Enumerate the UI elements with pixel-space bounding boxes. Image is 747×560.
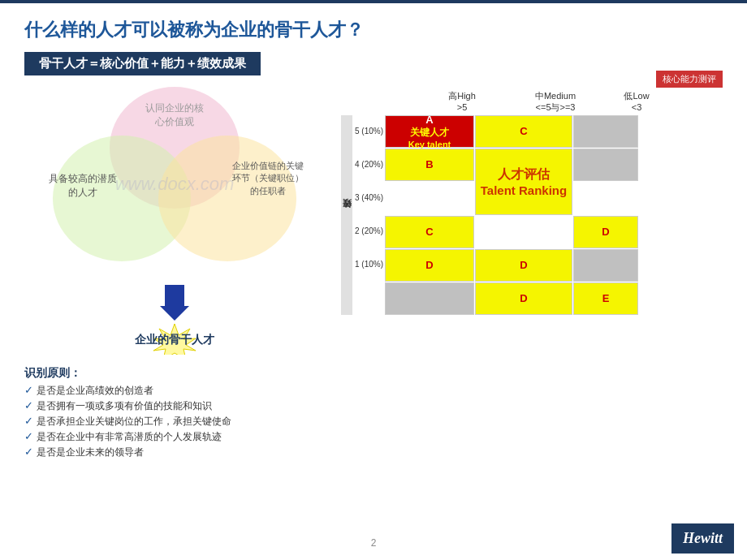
- row-pct-col: 5 (10%) 4 (20%) 3 (40%) 2 (20%) 1 (10%): [354, 115, 385, 315]
- check-icon-1: ✓: [24, 384, 33, 396]
- talent-ranking-en: Talent Ranking: [481, 183, 567, 197]
- matrix-row-2: D D: [385, 249, 723, 282]
- cell-5-med: C: [475, 115, 572, 148]
- page-title: 什么样的人才可以被称为企业的骨干人才？: [24, 18, 723, 42]
- principles-title: 识别原则：: [24, 366, 325, 381]
- talent-ranking-cell: 人才评估 Talent Ranking: [475, 149, 572, 215]
- col-header-med: 中Medium <=5与>=3: [507, 90, 604, 114]
- row-pct-2: 2 (20%): [354, 215, 385, 248]
- matrix-body: 绩效评等 5 (10%) 4 (20%) 3 (40%) 2 (20%) 1 (…: [341, 115, 723, 315]
- principle-item-4: ✓ 是否在企业中有非常高潜质的个人发展轨迹: [24, 430, 325, 444]
- cell-3-low: D: [573, 216, 638, 248]
- hewitt-logo: Hewitt: [671, 523, 734, 554]
- matrix-row-1: D E: [385, 282, 723, 315]
- svg-text:企业的骨干人才: 企业的骨干人才: [134, 333, 215, 346]
- col-header-high: 高High >5: [417, 90, 507, 114]
- col-header-low: 低Low <3: [604, 90, 669, 114]
- matrix-row-4: B 人才评估 Talent Ranking: [385, 149, 723, 215]
- content-area: www.docx.com 认同企业的核心价值观 具备较高的潜质的人才 企业价值链…: [24, 87, 723, 461]
- cell-1-high: [385, 282, 474, 315]
- cell-5-low: [573, 115, 638, 148]
- principle-item-2: ✓ 是否拥有一项或多项有价值的技能和知识: [24, 399, 325, 413]
- cell-2-low: [573, 249, 638, 282]
- cell-1-low: E: [573, 282, 638, 315]
- talent-ranking-cn: 人才评估: [498, 166, 550, 183]
- cell-2-med: D: [475, 249, 572, 282]
- arrow-icon: [160, 285, 189, 321]
- matrix-row-5: A 关键人才 Key talent C: [385, 115, 723, 148]
- check-icon-2: ✓: [24, 399, 33, 411]
- cell-1-med: D: [475, 282, 572, 315]
- row-pct-3: 3 (40%): [354, 182, 385, 214]
- venn-label-values: 认同企业的核心价值观: [142, 101, 207, 129]
- key-talent-cn: 关键人才: [410, 126, 449, 140]
- result-container: 企业的骨干人才: [24, 322, 325, 358]
- page-number: 2: [371, 537, 377, 549]
- subtitle-bar: 骨干人才＝核心价值＋能力＋绩效成果: [24, 52, 261, 75]
- key-talent: A 关键人才 Key talent: [408, 114, 451, 149]
- principle-item-3: ✓ 是否承担企业关键岗位的工作，承担关键使命: [24, 415, 325, 429]
- check-icon-4: ✓: [24, 430, 33, 442]
- cell-4-low: [573, 149, 638, 181]
- check-icon-3: ✓: [24, 415, 33, 427]
- arrow-down: [24, 285, 325, 321]
- top-line: [0, 0, 747, 3]
- right-section: 核心能力测评 高High >5 中Medium <=5与>=3 低Low: [341, 87, 723, 315]
- matrix-grid: A 关键人才 Key talent C: [385, 115, 723, 315]
- page: 什么样的人才可以被称为企业的骨干人才？ 骨干人才＝核心价值＋能力＋绩效成果 ww…: [0, 0, 747, 560]
- cell-2-high: D: [385, 249, 474, 282]
- core-badge: 核心能力测评: [656, 71, 723, 88]
- matrix-row-3: C D: [385, 216, 723, 248]
- venn-label-position: 企业价值链的关键环节（关键职位）的任职者: [231, 160, 304, 197]
- cell-4-high: B: [385, 149, 474, 181]
- principles-section: 识别原则： ✓ 是否是企业高绩效的创造者 ✓ 是否拥有一项或多项有价值的技能和知…: [24, 366, 325, 459]
- row-pct-4: 4 (20%): [354, 149, 385, 181]
- principle-item-5: ✓ 是否是企业未来的领导者: [24, 446, 325, 459]
- cell-3-high: C: [385, 216, 474, 248]
- matrix-wrapper: 核心能力测评 高High >5 中Medium <=5与>=3 低Low: [341, 87, 723, 315]
- check-icon-5: ✓: [24, 446, 33, 458]
- venn-diagram: www.docx.com 认同企业的核心价值观 具备较高的潜质的人才 企业价值链…: [37, 87, 313, 282]
- cell-5-high: A 关键人才 Key talent: [385, 115, 474, 148]
- venn-circle-right: [158, 136, 296, 261]
- row-pct-5: 5 (10%): [354, 115, 385, 148]
- row-pct-1: 1 (10%): [354, 248, 385, 281]
- svg-marker-0: [160, 285, 189, 321]
- left-section: www.docx.com 认同企业的核心价值观 具备较高的潜质的人才 企业价值链…: [24, 87, 325, 461]
- perf-vertical-label: 绩效评等: [341, 115, 352, 315]
- matrix-col-headers: 高High >5 中Medium <=5与>=3 低Low <3: [375, 90, 723, 114]
- principle-item-1: ✓ 是否是企业高绩效的创造者: [24, 384, 325, 398]
- starburst-svg: 企业的骨干人才: [101, 322, 248, 355]
- venn-label-potential: 具备较高的潜质的人才: [46, 172, 119, 200]
